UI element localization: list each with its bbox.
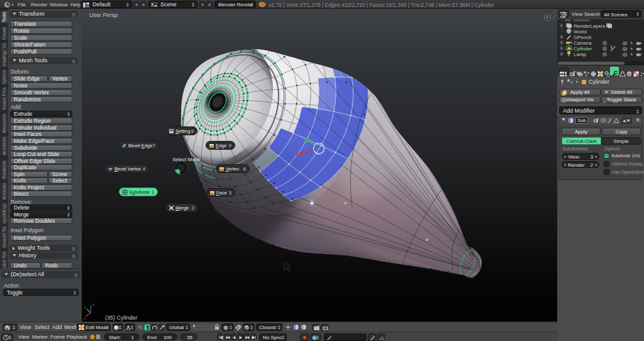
svg-text:y: y: [84, 305, 86, 309]
svg-text:z: z: [92, 303, 94, 306]
svg-text:x: x: [84, 316, 86, 320]
